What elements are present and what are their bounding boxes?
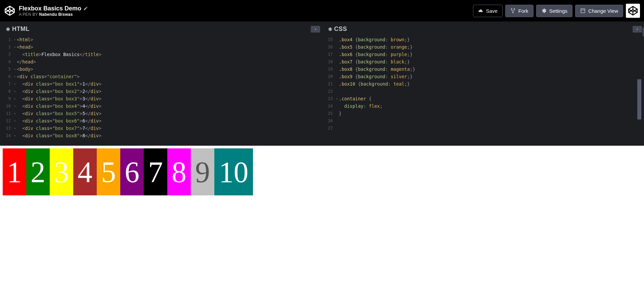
code-content[interactable]: .box5 {background: orange;} [339,43,413,51]
fold-gutter-icon[interactable]: ▸ [13,88,17,95]
code-line[interactable]: 4</head> [2,58,320,65]
code-line[interactable]: 10▸ <div class="box box4">4</div> [2,102,320,110]
fold-gutter-icon[interactable]: ▸ [13,125,17,132]
code-content[interactable]: </head> [17,58,36,65]
code-line[interactable]: 7▸ <div class="box box1">1</div> [2,80,320,88]
codepen-logo-icon[interactable] [4,5,15,16]
fold-gutter-icon[interactable]: ▸ [13,73,17,80]
panel-html-gear-icon[interactable] [5,27,10,32]
code-line[interactable]: 26 [324,117,642,125]
code-content[interactable]: <div class="box box6">6</div> [17,117,101,125]
code-line[interactable]: 20.box9 {background: silver;} [324,73,642,80]
fold-gutter-icon [336,36,339,43]
code-line[interactable]: 12▸ <div class="box box6">6</div> [2,117,320,125]
panel-css-collapse-icon[interactable] [633,26,642,33]
code-line[interactable]: 23▸.container { [324,95,642,102]
settings-button[interactable]: Settings [536,5,572,17]
code-line[interactable]: 14▸ <div class="box box8">8</div> [2,132,320,139]
fold-gutter-icon[interactable]: ▸ [13,132,17,139]
code-content[interactable]: <div class="box box3">3</div> [17,95,101,102]
fold-gutter-icon[interactable]: ▸ [13,110,17,117]
css-scrollbar[interactable] [637,37,641,142]
code-line[interactable]: 11▸ <div class="box box5">5</div> [2,110,320,117]
preview-box: 10 [214,148,253,195]
line-number: 7 [2,80,13,88]
code-content[interactable]: display: flex; [339,102,383,110]
panel-html-collapse-icon[interactable] [311,26,320,33]
user-avatar[interactable] [626,4,640,18]
code-line[interactable]: 24 display: flex; [324,102,642,110]
code-line[interactable]: 18.box7 {background: black;} [324,58,642,65]
code-line[interactable]: 25} [324,110,642,117]
code-line[interactable]: 6▸<div class="container"> [2,73,320,80]
fold-gutter-icon [336,117,339,125]
fold-gutter-icon[interactable]: ▸ [13,43,17,51]
line-number: 16 [324,43,336,51]
code-content[interactable]: .box9 {background: silver;} [339,73,413,80]
code-content[interactable]: <div class="box box4">4</div> [17,102,101,110]
code-content[interactable]: <div class="box box7">7</div> [17,125,101,132]
code-content[interactable]: .box4 {background: brown;} [339,36,410,43]
code-line[interactable]: 8▸ <div class="box box2">2</div> [2,88,320,95]
panel-css: CSS 15.box4 {background: brown;}16.box5 … [324,23,642,144]
fold-gutter-icon[interactable]: ▸ [336,95,339,102]
code-content[interactable]: <title>Flexbox Basics</title> [17,51,101,58]
fold-gutter-icon[interactable]: ▸ [13,117,17,125]
code-content[interactable]: <div class="box box2">2</div> [17,88,101,95]
edit-title-icon[interactable] [83,6,88,11]
code-content[interactable]: .box8 {background: magenta;} [339,65,416,73]
code-content[interactable]: <html> [17,36,33,43]
header-left: Flexbox Basics Demo A PEN BY Nabendu Bis… [4,5,88,17]
html-editor[interactable]: 1▸<html>2▸<head>3 <title>Flexbox Basics<… [2,35,320,144]
code-content[interactable]: .box6 {background: purple;} [339,51,413,58]
preview-box: 3 [50,148,73,195]
fold-gutter-icon[interactable]: ▸ [13,95,17,102]
preview-frame: 12345678910 [0,146,644,283]
fold-gutter-icon[interactable]: ▸ [13,36,17,43]
save-button[interactable]: Save [473,5,503,17]
fold-gutter-icon [336,80,339,88]
author-link[interactable]: Nabendu Biswas [39,12,73,17]
code-content[interactable]: <div class="box box8">8</div> [17,132,101,139]
code-content[interactable]: .container { [339,95,372,102]
code-line[interactable]: 16.box5 {background: orange;} [324,43,642,51]
fork-icon [510,8,516,13]
code-line[interactable]: 2▸<head> [2,43,320,51]
code-line[interactable]: 22 [324,88,642,95]
line-number: 8 [2,88,13,95]
code-content[interactable]: <head> [17,43,33,51]
code-line[interactable]: 9▸ <div class="box box3">3</div> [2,95,320,102]
code-line[interactable]: 1▸<html> [2,36,320,43]
code-content[interactable]: <body> [17,65,33,73]
fold-gutter-icon [336,51,339,58]
panel-js-tab[interactable]: JS [643,28,644,36]
code-content[interactable]: .box7 {background: black;} [339,58,410,65]
code-content[interactable]: <div class="container"> [17,73,80,80]
panel-css-gear-icon[interactable] [328,27,332,32]
code-content[interactable]: .box10 {background: teal;} [339,80,410,88]
code-line[interactable]: 5▸<body> [2,65,320,73]
css-editor[interactable]: 15.box4 {background: brown;}16.box5 {bac… [324,35,642,144]
code-line[interactable]: 15.box4 {background: brown;} [324,36,642,43]
code-line[interactable]: 19.box8 {background: magenta;} [324,65,642,73]
fold-gutter-icon [336,125,339,132]
preview-box: 7 [144,148,167,195]
code-content[interactable]: <div class="box box5">5</div> [17,110,101,117]
preview-box: 5 [97,148,120,195]
code-line[interactable]: 17.box6 {background: purple;} [324,51,642,58]
fold-gutter-icon[interactable]: ▸ [13,80,17,88]
change-view-button[interactable]: Change View [575,5,623,17]
fold-gutter-icon [336,43,339,51]
pen-title[interactable]: Flexbox Basics Demo [19,5,81,12]
code-line[interactable]: 27 [324,125,642,132]
line-number: 3 [2,51,13,58]
fork-button[interactable]: Fork [505,5,533,17]
code-line[interactable]: 3 <title>Flexbox Basics</title> [2,51,320,58]
code-line[interactable]: 21.box10 {background: teal;} [324,80,642,88]
code-content[interactable]: <div class="box box1">1</div> [17,80,101,88]
code-line[interactable]: 13▸ <div class="box box7">7</div> [2,125,320,132]
code-content[interactable]: } [339,110,342,117]
fold-gutter-icon[interactable]: ▸ [13,65,17,73]
header-right: Save Fork Settings Change View [473,4,640,18]
fold-gutter-icon[interactable]: ▸ [13,102,17,110]
